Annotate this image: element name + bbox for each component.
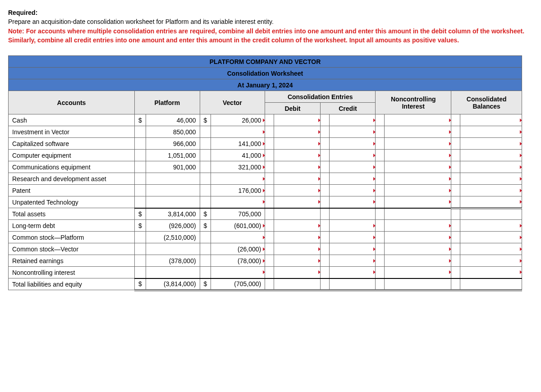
row-common-stock-platform: Common stock—Platform (2,510,000) (9, 232, 522, 243)
row-patent: Patent 176,000 (9, 185, 522, 196)
row-noncontrolling-interest: Noncontrolling interest (9, 267, 522, 278)
row-total-assets: Total assets $3,814,000 $705,000 (9, 208, 522, 220)
row-investment-vector: Investment in Vector 850,000 (9, 126, 522, 138)
label: Computer equipment (9, 150, 135, 161)
row-common-stock-vector: Common stock—Vector (26,000) (9, 243, 522, 255)
row-communications-equipment: Communications equipment 901,000 321,000 (9, 161, 522, 173)
row-total-liabilities-equity: Total liabilities and equity $(3,814,000… (9, 278, 522, 290)
instructions-line1: Prepare an acquisition-date consolidatio… (8, 18, 274, 25)
row-retained-earnings: Retained earnings (378,000) (78,000) (9, 255, 522, 267)
col-accounts: Accounts (9, 91, 135, 114)
col-platform: Platform (135, 91, 200, 114)
label: Investment in Vector (9, 126, 135, 138)
instructions-block: Required: Prepare an acquisition-date co… (8, 8, 531, 45)
label: Retained earnings (9, 255, 135, 267)
row-unpatented-technology: Unpatented Technology (9, 196, 522, 208)
label: Common stock—Platform (9, 232, 135, 243)
col-consolidation: Consolidation Entries (265, 91, 376, 103)
required-label: Required: (8, 9, 37, 16)
label: Research and development asset (9, 173, 135, 185)
row-capitalized-software: Capitalized software 966,000 141,000 (9, 138, 522, 150)
row-rnd-asset: Research and development asset (9, 173, 522, 185)
sheet-title: PLATFORM COMPANY AND VECTOR (9, 56, 522, 68)
label: Patent (9, 185, 135, 196)
label: Common stock—Vector (9, 243, 135, 255)
row-cash: Cash $46,000 $26,000 (9, 114, 522, 126)
col-debit: Debit (265, 103, 321, 114)
label: Total assets (9, 208, 135, 220)
label: Unpatented Technology (9, 196, 135, 208)
col-nci: Noncontrolling Interest (376, 91, 451, 114)
label: Communications equipment (9, 161, 135, 173)
sheet-date: At January 1, 2024 (9, 79, 522, 91)
col-credit: Credit (320, 103, 376, 114)
label: Capitalized software (9, 138, 135, 150)
row-computer-equipment: Computer equipment 1,051,000 41,000 (9, 150, 522, 161)
label: Total liabilities and equity (9, 278, 135, 290)
sheet-subtitle: Consolidation Worksheet (9, 68, 522, 79)
row-long-term-debt: Long-term debt $(926,000) $(601,000) (9, 220, 522, 232)
label: Long-term debt (9, 220, 135, 232)
col-vector: Vector (200, 91, 265, 114)
label: Cash (9, 114, 135, 126)
consolidation-worksheet: PLATFORM COMPANY AND VECTOR Consolidatio… (8, 55, 522, 291)
col-consolidated: Consolidated Balances (451, 91, 522, 114)
instructions-note: Note: For accounts where multiple consol… (8, 27, 524, 44)
label: Noncontrolling interest (9, 267, 135, 278)
